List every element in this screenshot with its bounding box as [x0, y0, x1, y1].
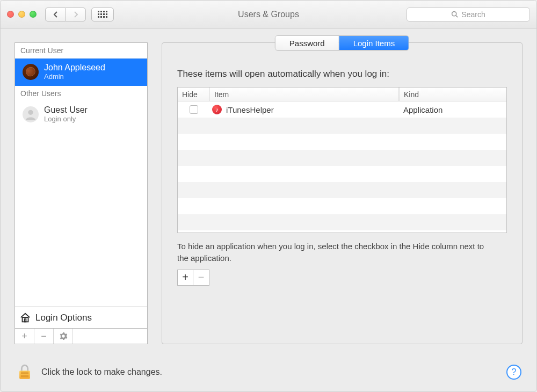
zoom-window-button[interactable] [30, 11, 37, 18]
lock-icon [16, 363, 34, 381]
col-item[interactable]: Item [210, 88, 399, 101]
table-header: Hide Item Kind [178, 88, 506, 101]
add-item-button[interactable]: + [177, 270, 193, 286]
avatar-silhouette-icon [23, 106, 39, 122]
user-name: John Appleseed [44, 63, 105, 72]
svg-point-0 [452, 12, 456, 16]
user-label: John Appleseed Admin [44, 63, 105, 81]
table-body: ♪ iTunesHelper Application [178, 101, 506, 233]
panel-body: These items will open automatically when… [162, 43, 522, 344]
user-role: Admin [44, 72, 105, 81]
remove-user-button[interactable]: − [34, 329, 54, 344]
traffic-lights [7, 11, 37, 18]
user-row-selected[interactable]: John Appleseed Admin [15, 59, 147, 86]
cell-hide [178, 105, 210, 114]
minus-icon: − [41, 331, 47, 342]
user-name: Guest User [44, 105, 88, 115]
grid-icon [98, 11, 107, 18]
chevron-left-icon [53, 11, 59, 18]
search-icon [451, 11, 458, 18]
help-button[interactable]: ? [506, 365, 521, 380]
question-icon: ? [511, 367, 516, 378]
svg-line-1 [456, 16, 458, 17]
user-actions-menu[interactable] [54, 329, 73, 344]
svg-point-2 [28, 110, 33, 114]
login-items-table: Hide Item Kind ♪ iTunesHelper [177, 87, 507, 233]
detail-panel: Password Login Items These items will op… [162, 42, 523, 344]
cell-item: ♪ iTunesHelper [210, 105, 399, 114]
add-user-button[interactable]: + [15, 329, 34, 344]
cell-kind: Application [399, 105, 506, 114]
itunes-icon: ♪ [212, 105, 222, 114]
remove-item-button[interactable]: − [193, 270, 209, 286]
user-row[interactable]: Guest User Login only [15, 101, 147, 128]
minimize-window-button[interactable] [18, 11, 25, 18]
section-current-user: Current User [15, 43, 147, 59]
login-options-button[interactable]: Login Options [14, 307, 148, 328]
search-placeholder: Search [461, 10, 485, 19]
item-name: iTunesHelper [226, 105, 274, 114]
avatar-football-icon [23, 64, 39, 80]
gear-icon [59, 332, 68, 340]
col-kind[interactable]: Kind [399, 88, 506, 101]
back-button[interactable] [45, 8, 66, 21]
titlebar: Users & Groups Search [1, 1, 536, 28]
content-area: Current User John Appleseed Admin Other … [1, 28, 536, 353]
preferences-window: Users & Groups Search Current User John … [0, 0, 537, 392]
tab-password[interactable]: Password [275, 36, 339, 50]
login-items-description: These items will open automatically when… [177, 69, 507, 79]
user-label: Guest User Login only [44, 105, 88, 123]
show-all-button[interactable] [91, 8, 114, 21]
close-window-button[interactable] [7, 11, 14, 18]
lock-control[interactable]: Click the lock to make changes. [16, 363, 162, 381]
sidebar-toolbar: + − [14, 328, 148, 344]
lock-hint: Click the lock to make changes. [41, 367, 162, 377]
chevron-right-icon [73, 11, 78, 18]
tabs: Password Login Items [275, 35, 409, 50]
house-icon [19, 312, 31, 324]
user-sidebar: Current User John Appleseed Admin Other … [14, 42, 148, 344]
plus-icon: + [21, 331, 27, 342]
section-other-users: Other Users [15, 86, 147, 101]
plus-icon: + [182, 271, 188, 284]
nav-buttons [45, 8, 86, 21]
search-field[interactable]: Search [407, 8, 530, 21]
item-add-remove: + − [177, 270, 507, 286]
col-hide[interactable]: Hide [178, 88, 210, 101]
forward-button[interactable] [66, 8, 86, 21]
hide-hint: To hide an application when you log in, … [177, 241, 489, 264]
user-list: Current User John Appleseed Admin Other … [14, 42, 148, 307]
login-options-label: Login Options [35, 313, 92, 323]
table-row[interactable]: ♪ iTunesHelper Application [178, 101, 506, 118]
user-role: Login only [44, 115, 88, 123]
minus-icon: − [198, 271, 205, 284]
table-stripes [178, 101, 506, 233]
hide-checkbox[interactable] [190, 105, 198, 114]
footer: Click the lock to make changes. ? [1, 353, 536, 391]
tab-login-items[interactable]: Login Items [339, 36, 409, 50]
svg-rect-3 [23, 317, 28, 322]
svg-rect-4 [25, 318, 26, 322]
